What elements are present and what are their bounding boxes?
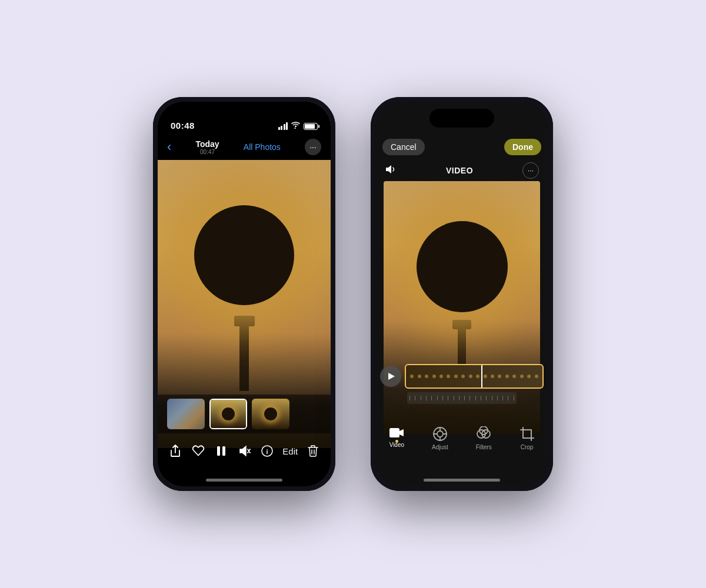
mute-button[interactable] (234, 440, 255, 462)
film-strip[interactable] (405, 364, 544, 389)
all-photos-link[interactable]: All Photos (244, 142, 281, 152)
video-editor: Cancel Done VIDEO (375, 102, 548, 486)
adjust-icon (432, 426, 448, 442)
more-icon: ··· (528, 166, 534, 175)
lamp-connector-video (452, 320, 471, 329)
tab-video[interactable]: Video (389, 426, 404, 448)
home-indicator-right (424, 479, 500, 482)
svg-text:i: i (267, 448, 268, 455)
edit-button[interactable]: Edit (279, 440, 301, 462)
nav-center: Today 00:47 (195, 139, 219, 155)
tab-adjust-label: Adjust (432, 444, 448, 450)
favorite-button[interactable] (188, 440, 209, 462)
volume-button[interactable] (385, 164, 397, 178)
cancel-button[interactable]: Cancel (382, 139, 425, 155)
more-dots-icon: ··· (309, 142, 317, 152)
editor-top-bar: Cancel Done (375, 134, 548, 160)
lamp-head-video (417, 221, 508, 312)
photo-viewer: ‹ Today 00:47 All Photos ··· (158, 102, 331, 486)
tab-filters[interactable]: Filters (476, 426, 492, 450)
photo-nav-bar: ‹ Today 00:47 All Photos ··· (158, 134, 331, 160)
svg-rect-4 (389, 428, 399, 437)
lamp-head (194, 205, 294, 305)
crop-icon (519, 426, 535, 442)
thumbnail-strip (158, 395, 331, 433)
filters-icon (476, 426, 491, 442)
dynamic-island-right (429, 109, 494, 128)
left-phone: 00:48 (153, 97, 335, 491)
status-icons-left (278, 122, 318, 131)
playhead (481, 364, 482, 389)
time-display: 00:48 (171, 121, 195, 131)
video-title: VIDEO (446, 166, 473, 175)
home-indicator-left (206, 479, 282, 482)
tab-crop-label: Crop (521, 444, 534, 450)
nav-subtitle: 00:47 (200, 149, 215, 155)
svg-rect-1 (222, 446, 225, 456)
thumbnail-1[interactable] (167, 399, 205, 429)
thumbnail-3[interactable] (252, 399, 289, 429)
tab-adjust[interactable]: Adjust (432, 426, 448, 450)
wifi-icon (291, 122, 300, 131)
more-button-left[interactable]: ··· (305, 139, 321, 155)
lamp-stem (239, 326, 249, 391)
app-container: 00:48 (153, 97, 553, 491)
share-button[interactable] (165, 440, 186, 462)
timeline-row (380, 363, 544, 390)
play-button[interactable] (380, 366, 401, 387)
editor-bottom-tabs: Video Adjust (375, 422, 548, 469)
right-phone: Cancel Done VIDEO (371, 97, 553, 491)
signal-icon (278, 122, 288, 130)
lamp-connector (234, 316, 255, 326)
video-camera-icon (389, 426, 404, 439)
pause-button[interactable] (211, 440, 232, 462)
dynamic-island-left (212, 109, 277, 128)
battery-icon-left (304, 123, 318, 130)
info-button[interactable]: i (257, 440, 278, 462)
svg-point-6 (437, 431, 443, 437)
editor-header: VIDEO ··· (375, 160, 548, 181)
back-button[interactable]: ‹ (167, 139, 171, 155)
done-button[interactable]: Done (504, 139, 541, 155)
svg-rect-0 (217, 446, 220, 456)
photo-toolbar: i Edit (158, 433, 331, 469)
play-icon (388, 373, 395, 380)
more-button-right[interactable]: ··· (522, 162, 539, 179)
timeline-section (375, 363, 548, 410)
nav-title: Today (195, 139, 219, 149)
tab-filters-label: Filters (476, 444, 492, 450)
scrubber-row[interactable] (407, 392, 517, 404)
delete-button[interactable] (302, 440, 324, 462)
tab-crop[interactable]: Crop (519, 426, 535, 450)
thumbnail-2[interactable] (209, 399, 247, 429)
